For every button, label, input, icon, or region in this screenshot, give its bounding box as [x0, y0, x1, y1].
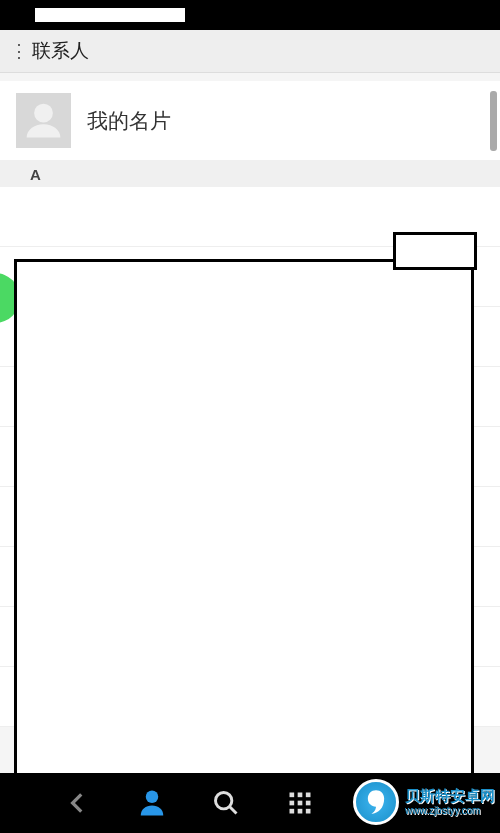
- search-button[interactable]: [208, 785, 244, 821]
- avatar: [16, 93, 71, 148]
- svg-rect-7: [298, 801, 303, 806]
- svg-rect-10: [298, 809, 303, 814]
- svg-point-1: [146, 791, 159, 804]
- overlay-tab[interactable]: [393, 232, 477, 270]
- svg-rect-3: [290, 793, 295, 798]
- my-card-row[interactable]: 我的名片: [0, 81, 500, 160]
- back-button[interactable]: [60, 785, 96, 821]
- watermark: 贝斯特安卓网 www.zjbstyy.com: [353, 779, 495, 825]
- contacts-tab[interactable]: [134, 785, 170, 821]
- svg-rect-11: [306, 809, 311, 814]
- status-indicator: [35, 8, 185, 22]
- svg-rect-4: [298, 793, 303, 798]
- menu-dots-icon[interactable]: ⋮: [10, 46, 26, 56]
- watermark-logo-icon: [353, 779, 399, 825]
- svg-point-2: [216, 793, 232, 809]
- my-card-label: 我的名片: [87, 107, 171, 135]
- overlay-popup[interactable]: [14, 259, 474, 773]
- svg-rect-6: [290, 801, 295, 806]
- dialpad-button[interactable]: [282, 785, 318, 821]
- scrollbar[interactable]: [490, 91, 497, 151]
- section-header-a: A: [0, 160, 500, 187]
- header: ⋮ 联系人: [0, 30, 500, 73]
- page-title: 联系人: [32, 38, 89, 64]
- svg-rect-9: [290, 809, 295, 814]
- svg-rect-8: [306, 801, 311, 806]
- section-label: A: [30, 166, 41, 183]
- content-area: 我的名片 A: [0, 73, 500, 773]
- svg-rect-5: [306, 793, 311, 798]
- svg-point-0: [34, 104, 53, 123]
- watermark-url: www.zjbstyy.com: [405, 805, 495, 816]
- watermark-title: 贝斯特安卓网: [405, 788, 495, 805]
- status-bar: [0, 0, 500, 30]
